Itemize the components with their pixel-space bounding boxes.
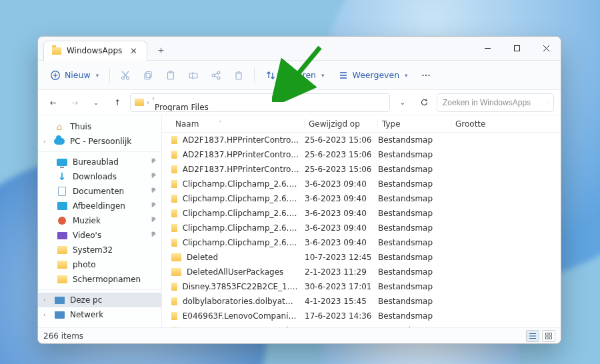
svg-rect-40 xyxy=(546,337,549,339)
cut-button[interactable] xyxy=(115,65,135,85)
sidebar-item[interactable]: Muziek xyxy=(38,213,161,228)
search-field[interactable] xyxy=(443,98,543,107)
column-modified[interactable]: Gewijzigd op xyxy=(305,115,378,132)
sidebar-item[interactable]: System32 xyxy=(38,243,161,257)
file-type: Bestandsmap xyxy=(378,267,451,277)
file-type: Bestandsmap xyxy=(378,282,451,291)
file-type: Bestandsmap xyxy=(378,253,451,262)
file-type: Bestandsmap xyxy=(378,179,451,189)
close-icon[interactable]: ✕ xyxy=(129,46,139,56)
column-type[interactable]: Type xyxy=(378,115,451,132)
up-button[interactable]: ↑ xyxy=(109,94,126,111)
new-button[interactable]: Nieuw ▾ xyxy=(45,65,104,85)
minimize-button[interactable] xyxy=(473,37,502,61)
sidebar-item-onedrive[interactable]: › PC - Persoonlijk xyxy=(38,134,161,149)
sidebar-item[interactable]: Schermopnamen xyxy=(38,272,161,287)
cloud-icon xyxy=(54,138,65,145)
more-button[interactable] xyxy=(416,65,436,85)
maximize-button[interactable] xyxy=(502,37,531,61)
column-name[interactable]: Naam ˄ xyxy=(171,115,305,132)
svg-rect-12 xyxy=(146,71,151,77)
back-button[interactable]: ← xyxy=(45,94,62,111)
chevron-right-icon[interactable]: › xyxy=(43,311,46,318)
chevron-down-icon: ▾ xyxy=(96,72,99,79)
sidebar-item[interactable]: Video's xyxy=(38,228,161,243)
breadcrumb-segment[interactable]: Program Files xyxy=(152,103,229,112)
sidebar-item-home[interactable]: ⌂ Thuis xyxy=(38,119,161,134)
file-type: Bestandsmap xyxy=(378,150,451,159)
chevron-down-icon: ▾ xyxy=(405,72,408,79)
table-row[interactable]: Clipchamp.Clipchamp_2.6.2.0_neutral_spli… xyxy=(162,206,561,221)
folder-icon xyxy=(171,312,177,320)
sidebar-item[interactable]: Afbeeldingen xyxy=(38,199,161,213)
svg-rect-22 xyxy=(236,73,241,79)
new-tab-button[interactable]: ＋ xyxy=(151,41,170,60)
breadcrumb[interactable]: › Deze pc›Windows-SSD (C:)›Program Files… xyxy=(130,93,390,112)
chevron-right-icon[interactable]: › xyxy=(43,138,46,145)
svg-rect-39 xyxy=(549,333,552,335)
tab-windowsapps[interactable]: WindowsApps ✕ xyxy=(43,41,147,61)
file-name: Clipchamp.Clipchamp_2.6.2.0_neutral_~_yx… xyxy=(183,194,299,203)
delete-button[interactable] xyxy=(229,65,249,85)
table-row[interactable]: AD2F1837.HPPrinterControl_146.3.1087.0_n… xyxy=(162,147,561,162)
search-input[interactable] xyxy=(437,93,554,112)
table-row[interactable]: Clipchamp.Clipchamp_2.6.2.0_neutral_spli… xyxy=(162,221,561,235)
svg-rect-38 xyxy=(546,333,549,335)
svg-point-31 xyxy=(425,74,427,75)
paste-button[interactable] xyxy=(161,65,181,85)
rename-button[interactable] xyxy=(183,65,203,85)
sidebar-item-thispc[interactable]: › Deze pc xyxy=(38,293,161,307)
recent-locations-button[interactable]: ⌄ xyxy=(87,94,105,111)
file-type: Bestandsmap xyxy=(378,311,451,321)
file-modified: 17-6-2023 14:36 xyxy=(305,311,378,321)
table-row[interactable]: E046963F.LenovoCompanion_10.2305.16.0_ne… xyxy=(162,309,561,323)
table-row[interactable]: AD2F1837.HPPrinterControl_146.3.1087.0_x… xyxy=(162,162,561,177)
table-row[interactable]: dolbylaboratories.dolbyatmosforgaming_3.… xyxy=(162,294,561,309)
table-row[interactable]: Deleted10-7-2023 12:45Bestandsmap xyxy=(162,250,561,265)
table-row[interactable]: Clipchamp.Clipchamp_2.6.2.0_neutral_spli… xyxy=(162,235,561,250)
column-size[interactable]: Grootte xyxy=(451,115,505,132)
copy-button[interactable] xyxy=(138,65,158,85)
file-modified: 25-6-2023 15:06 xyxy=(305,165,378,174)
file-type: Bestandsmap xyxy=(378,238,451,247)
sidebar-item-network[interactable]: › Netwerk xyxy=(38,307,161,322)
folder-icon xyxy=(171,151,177,159)
file-modified: 3-6-2023 09:40 xyxy=(305,179,378,189)
folder-icon xyxy=(171,239,177,247)
file-type: Bestandsmap xyxy=(378,209,451,218)
file-name: AD2F1837.HPPrinterControl_146.3.1087.0_n… xyxy=(183,150,299,159)
share-button[interactable] xyxy=(206,65,226,85)
folder-icon xyxy=(57,261,67,269)
file-type: Bestandsmap xyxy=(378,194,451,203)
refresh-button[interactable] xyxy=(415,94,433,111)
folder-icon xyxy=(171,180,177,188)
table-row[interactable]: DeletedAllUserPackages2-1-2023 11:29Best… xyxy=(162,265,561,279)
chevron-right-icon[interactable]: › xyxy=(43,297,46,303)
sidebar-item[interactable]: photo xyxy=(38,257,161,272)
table-row[interactable]: Clipchamp.Clipchamp_2.6.2.0_neutral_~yxz… xyxy=(162,177,561,191)
large-icons-view-button[interactable] xyxy=(542,330,555,342)
table-row[interactable]: Clipchamp.Clipchamp_2.6.2.0_neutral_~_yx… xyxy=(162,191,561,206)
sort-button[interactable]: Sorteren ▾ xyxy=(260,65,329,85)
file-modified: 25-6-2023 15:06 xyxy=(305,135,378,145)
forward-button[interactable]: → xyxy=(66,94,83,111)
sidebar-item[interactable]: ↓Downloads xyxy=(38,169,161,184)
table-row[interactable]: AD2F1837.HPPrinterControl_146.3.1087.0_n… xyxy=(162,133,561,147)
details-view-button[interactable] xyxy=(526,330,539,342)
chevron-right-icon[interactable]: › xyxy=(147,99,149,106)
status-bar: 266 items xyxy=(38,327,561,343)
titlebar: WindowsApps ✕ ＋ xyxy=(38,37,561,61)
file-modified: 2-1-2023 11:29 xyxy=(305,267,378,277)
network-icon xyxy=(55,311,65,319)
table-row[interactable]: Disney.37853FC22B2CE_1.55.2.0_x64__6rarf… xyxy=(162,279,561,294)
sidebar-item[interactable]: Bureaublad xyxy=(38,155,161,169)
folder-icon xyxy=(57,246,67,254)
close-window-button[interactable] xyxy=(531,37,561,61)
sort-asc-icon: ˄ xyxy=(219,121,221,127)
address-dropdown[interactable]: ⌄ xyxy=(394,94,411,111)
sidebar-item[interactable]: Documenten xyxy=(38,184,161,199)
view-button[interactable]: Weergeven ▾ xyxy=(333,65,413,85)
sort-label: Sorteren xyxy=(280,70,316,80)
music-icon xyxy=(58,217,66,225)
chevron-right-icon[interactable]: › xyxy=(152,95,155,102)
